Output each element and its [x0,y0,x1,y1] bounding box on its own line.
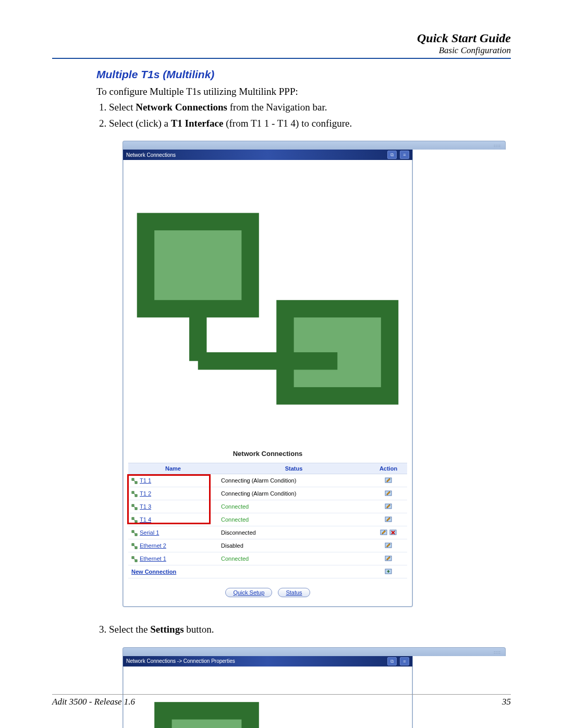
footer-right: 35 [502,697,511,707]
section-title: Multiple T1s (Multilink) [96,68,506,81]
connection-status: Connecting (Alarm Condition) [218,474,370,487]
col-name: Name [128,463,218,474]
window-titlebar: Network Connections -> Connection Proper… [123,656,412,667]
svg-rect-0 [145,222,250,309]
svg-rect-29 [132,557,134,559]
step-3: Select the Settings button. [109,623,506,637]
window-titlebar: Network Connections ⧉ ≡ [123,150,412,160]
window-grip-icon: :::: [494,649,501,655]
doc-header-title: Quick Start Guide [52,31,511,45]
footer-left: Adit 3500 - Release 1.6 [52,697,135,707]
connection-status: Disconnected [218,526,370,539]
step-2: Select (click) a T1 Interface (from T1 1… [109,117,506,131]
svg-rect-34 [163,711,250,728]
window-chrome-top: :::: [123,647,506,656]
connection-status: Connected [218,513,370,526]
svg-rect-26 [135,547,137,549]
connection-icon [131,556,138,562]
connection-icon [131,491,138,497]
step-1: Select Network Connections from the Navi… [109,101,506,115]
panel-title: Network Connections [128,165,407,463]
svg-line-31 [134,559,135,560]
breadcrumb: Network Connections -> Connection Proper… [126,658,235,664]
connection-link[interactable]: Ethernet 2 [140,542,166,549]
table-row: T1 4Connected [128,513,407,526]
edit-icon[interactable] [380,528,387,536]
header-rule [52,58,511,59]
titlebar-button-2[interactable]: ≡ [400,657,409,665]
svg-line-18 [134,520,135,521]
svg-rect-25 [132,544,134,546]
table-row: T1 1Connecting (Alarm Condition) [128,474,407,487]
col-action: Action [370,463,407,474]
edit-icon[interactable] [385,476,392,484]
window-chrome-top: :::: [123,141,506,150]
svg-rect-5 [135,482,137,484]
connection-icon [131,504,138,510]
svg-line-6 [134,480,135,482]
table-row: T1 2Connecting (Alarm Condition) [128,487,407,500]
titlebar-button-1[interactable]: ⧉ [387,151,397,159]
edit-icon[interactable] [385,515,392,523]
connection-icon [131,530,138,536]
connection-status: Connected [218,552,370,565]
svg-rect-9 [135,495,137,497]
edit-icon[interactable] [385,541,392,549]
network-icon [128,442,407,450]
svg-rect-12 [132,504,134,507]
col-status: Status [218,463,370,474]
svg-line-27 [134,546,135,547]
svg-line-10 [134,493,135,495]
table-row: Ethernet 1Connected [128,552,407,565]
table-row: Serial 1Disconnected [128,526,407,539]
connection-status: Connected [218,500,370,513]
edit-icon[interactable] [385,489,392,497]
connection-link[interactable]: T1 1 [140,477,151,484]
connection-status: Disabled [218,539,370,552]
connection-link[interactable]: T1 4 [140,516,151,523]
connection-icon [131,543,138,549]
svg-rect-30 [135,560,137,562]
svg-rect-13 [135,508,137,510]
connection-status: Connecting (Alarm Condition) [218,487,370,500]
connection-link[interactable]: Serial 1 [140,529,159,536]
delete-icon[interactable] [389,528,397,536]
connection-icon [131,517,138,523]
svg-rect-21 [135,534,137,536]
screenshot-network-connections: :::: Network Connections ⧉ ≡ Network Con… [123,141,506,607]
edit-icon[interactable] [385,502,392,510]
connection-link[interactable]: Ethernet 1 [140,556,166,562]
add-icon[interactable] [385,567,392,575]
svg-line-22 [134,533,135,534]
connection-link[interactable]: T1 2 [140,490,151,497]
screenshot-connection-properties: :::: Network Connections -> Connection P… [123,647,506,728]
svg-rect-4 [132,478,134,480]
doc-header-subtitle: Basic Configuration [52,45,511,56]
new-connection-link[interactable]: New Connection [131,569,176,575]
svg-rect-20 [132,530,134,533]
window-grip-icon: :::: [494,143,501,148]
status-button[interactable]: Status [278,588,310,597]
edit-icon[interactable] [385,554,392,562]
table-row: Ethernet 2Disabled [128,539,407,552]
connection-link[interactable]: T1 3 [140,503,151,510]
svg-rect-17 [135,521,137,523]
svg-rect-16 [132,517,134,520]
svg-rect-8 [132,491,134,493]
titlebar-button-1[interactable]: ⧉ [387,657,397,665]
titlebar-button-2[interactable]: ≡ [400,151,409,159]
table-row: T1 3Connected [128,500,407,513]
window-title: Network Connections [126,152,176,158]
connections-table: Name Status Action T1 1Connecting (Alarm… [128,463,407,578]
table-row-new-connection: New Connection [128,565,407,578]
connection-icon [131,478,138,484]
quick-setup-button[interactable]: Quick Setup [225,588,272,597]
svg-line-14 [134,507,135,508]
intro-text: To configure Multiple T1s utilizing Mult… [96,86,506,97]
